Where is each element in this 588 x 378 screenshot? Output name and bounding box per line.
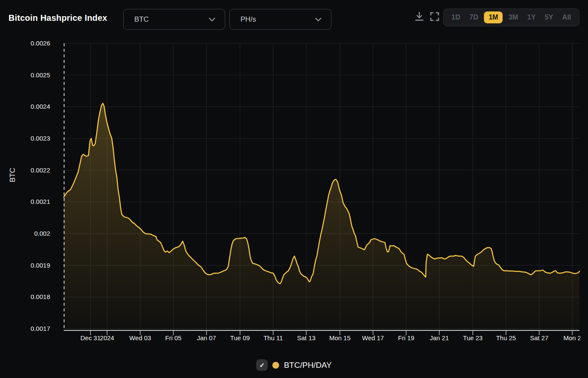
y-axis-label: 0.0022	[0, 166, 50, 174]
download-button[interactable]	[414, 11, 425, 22]
x-axis-label: Mon 2	[553, 334, 580, 341]
x-axis-label: 2024	[88, 334, 126, 341]
legend-checkbox[interactable]: ✓	[256, 359, 268, 371]
y-axis-label: 0.0026	[0, 39, 50, 47]
unit-dropdown-value: PH/s	[240, 15, 256, 24]
range-button-7d[interactable]: 7D	[466, 11, 481, 23]
unit-dropdown[interactable]: PH/s	[229, 9, 331, 30]
legend-series-dot	[272, 362, 279, 369]
y-axis-label: 0.0024	[0, 103, 50, 110]
x-axis-label: Tue 09	[221, 334, 259, 341]
y-axis-label: 0.0018	[0, 293, 50, 300]
range-button-5y[interactable]: 5Y	[541, 11, 557, 23]
x-axis-label: Wed 03	[121, 334, 159, 341]
x-axis-label: Thu 25	[487, 334, 525, 341]
x-axis-label: Mon 15	[321, 334, 359, 341]
x-axis-label: Fri 05	[154, 334, 192, 341]
y-axis-label: 0.002	[0, 230, 50, 237]
x-axis-labels: Dec 312024Wed 03Fri 05Jan 07Tue 09Thu 11…	[64, 334, 580, 344]
legend-series-label[interactable]: BTC/PH/DAY	[284, 361, 332, 370]
chevron-down-icon	[315, 17, 322, 22]
x-axis-label: Jan 21	[420, 334, 458, 341]
y-axis-label: 0.0017	[0, 325, 50, 332]
x-axis-label: Sat 13	[287, 334, 325, 341]
time-range-selector: 1D 7D 1M 3M 1Y 5Y All	[443, 8, 580, 26]
x-axis-label: Tue 23	[454, 334, 492, 341]
y-axis-label: 0.0019	[0, 262, 50, 269]
legend: ✓ BTC/PH/DAY	[0, 359, 588, 371]
fullscreen-icon	[430, 11, 440, 22]
y-axis-labels: 0.00260.00250.00240.00230.00220.00210.00…	[0, 43, 50, 330]
download-icon	[414, 11, 425, 22]
header: Bitcoin Hashprice Index BTC PH/s 1D 7D 1…	[0, 0, 588, 39]
range-button-1y[interactable]: 1Y	[524, 11, 539, 23]
chevron-down-icon	[209, 17, 215, 22]
chart-svg[interactable]	[64, 43, 580, 341]
currency-dropdown-value: BTC	[134, 15, 149, 24]
y-axis-label: 0.0021	[0, 198, 50, 205]
check-icon: ✓	[259, 361, 265, 369]
range-button-1m[interactable]: 1M	[484, 11, 503, 23]
range-button-3m[interactable]: 3M	[505, 11, 521, 23]
fullscreen-button[interactable]	[430, 11, 440, 22]
x-axis-label: Thu 11	[254, 334, 292, 341]
y-axis-label: 0.0025	[0, 71, 50, 79]
x-axis-label: Fri 19	[387, 334, 425, 341]
x-axis-label: Sat 27	[520, 334, 558, 341]
x-axis-label: Wed 17	[354, 334, 392, 341]
range-button-1d[interactable]: 1D	[448, 11, 464, 23]
x-axis-label: Jan 07	[187, 334, 226, 341]
currency-dropdown[interactable]: BTC	[123, 9, 225, 30]
page-title: Bitcoin Hashprice Index	[8, 13, 107, 23]
range-button-all[interactable]: All	[559, 11, 574, 23]
y-axis-label: 0.0023	[0, 135, 50, 142]
